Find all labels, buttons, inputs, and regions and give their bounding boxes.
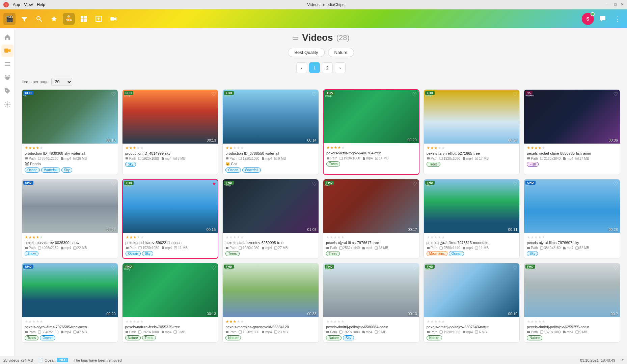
page-1-button[interactable]: 1: [309, 62, 320, 73]
heart-button[interactable]: ♡: [613, 91, 618, 97]
card-tag[interactable]: Waterfall: [41, 168, 60, 173]
card-tag[interactable]: Nature: [225, 335, 241, 340]
card-tag[interactable]: Ocean: [40, 335, 55, 340]
video-card[interactable]: FHD1080p ♡ 00:33 ★★★★★ pexels-matthias-g…: [222, 263, 319, 343]
video-card[interactable]: FHD1080p ♡ 00:13 ★★★★★ pexels-nature-fee…: [122, 263, 219, 343]
minimize-button[interactable]: —: [606, 2, 610, 7]
star-rating[interactable]: ★★★★★: [326, 235, 345, 240]
video-card[interactable]: FHD1080p ♡ 00:10 ★★★★★ pexels-dmitrij-po…: [424, 263, 520, 343]
heart-button[interactable]: ♡: [111, 265, 116, 271]
video-card[interactable]: FHD1080p ♡ 00:? ★★★★★ pexels-dmitrij-pol…: [524, 263, 620, 343]
heart-button[interactable]: ♡: [613, 181, 618, 187]
star-rating[interactable]: ★★★★★: [326, 145, 345, 150]
star-rating[interactable]: ★★★★★: [125, 319, 144, 324]
heart-button[interactable]: ♡: [412, 91, 417, 98]
video-card[interactable]: FHD144p ♡ 00:11 ★★★★★ pexels-ojyrai-film…: [424, 179, 520, 259]
card-tag[interactable]: Ocean: [449, 251, 464, 256]
star-rating[interactable]: ★★★★★: [326, 319, 345, 324]
sidebar-item-animal[interactable]: [1, 71, 13, 84]
video-card[interactable]: FHD1080p ♡ 00:13 ★★★★★ pexels-dmitrij-po…: [323, 263, 419, 343]
menu-dots-button[interactable]: ⋮: [611, 13, 624, 25]
card-tag[interactable]: Nature: [427, 335, 442, 340]
card-tag[interactable]: Nature: [527, 335, 542, 340]
card-tag[interactable]: Sky: [527, 251, 538, 256]
card-tag[interactable]: Trees: [326, 161, 340, 166]
video-card[interactable]: FHD1080p ♥ 00:15 ★★★★★ pexels-pushkarev-…: [122, 179, 219, 259]
card-tag[interactable]: Ocean: [225, 168, 241, 173]
menu-view[interactable]: View: [24, 2, 33, 7]
avatar-button[interactable]: S: [582, 13, 594, 25]
items-per-page-select[interactable]: 20 40 60: [51, 78, 72, 86]
chat-button[interactable]: [597, 13, 609, 25]
tag-best-quality[interactable]: Best Quality: [288, 48, 324, 57]
close-button[interactable]: ✕: [621, 2, 624, 7]
sidebar-item-home[interactable]: [1, 31, 13, 43]
video-card[interactable]: UHD4K ♡ 00:28 ★★★★★ pexels-ojyrai-films-…: [524, 179, 620, 259]
card-tag[interactable]: Snow: [25, 251, 38, 256]
star-rating[interactable]: ★★★★★: [126, 235, 144, 240]
star-rating[interactable]: ★★★★★: [225, 319, 244, 324]
favorites-button[interactable]: [48, 13, 60, 25]
menu-help[interactable]: Help: [37, 2, 45, 7]
sidebar-item-settings[interactable]: [1, 98, 13, 111]
star-rating[interactable]: ★★★★★: [527, 319, 545, 324]
card-tag[interactable]: Nature: [125, 335, 141, 340]
card-tag[interactable]: Sky: [125, 162, 136, 167]
heart-button[interactable]: ♡: [312, 265, 317, 271]
heart-button[interactable]: ♡: [412, 265, 417, 271]
card-tag[interactable]: Trees: [225, 251, 239, 256]
video-card[interactable]: FHD1080p ♡ 00:20 ★★★★★ pexels-victor-rog…: [323, 89, 419, 175]
card-tag[interactable]: Sky: [343, 335, 354, 340]
card-tag[interactable]: Trees: [25, 335, 38, 340]
card-tag[interactable]: Ocean: [25, 168, 40, 173]
sidebar-item-tags[interactable]: [1, 85, 13, 97]
star-rating[interactable]: ★★★★★: [225, 235, 244, 240]
card-tag[interactable]: Sky: [142, 251, 153, 256]
heart-button[interactable]: ♡: [111, 91, 116, 97]
heart-button[interactable]: ♥: [213, 181, 216, 187]
star-rating[interactable]: ★★★★★: [25, 319, 43, 324]
star-rating[interactable]: ★★★★★: [125, 146, 144, 150]
expand-button[interactable]: [92, 13, 105, 25]
video-card[interactable]: UHD4K ♡ 00:08 ★★★★★ pexels-pushkarev-602…: [22, 179, 118, 259]
status-refresh-icon[interactable]: ⟳: [621, 358, 624, 362]
heart-button[interactable]: ♡: [211, 265, 216, 271]
prev-page-button[interactable]: ‹: [296, 62, 307, 73]
star-rating[interactable]: ★★★★★: [527, 146, 545, 150]
page-2-button[interactable]: 2: [322, 62, 333, 73]
heart-button[interactable]: ♡: [312, 181, 317, 187]
card-tag[interactable]: Trees: [427, 162, 440, 167]
heart-button[interactable]: ♡: [513, 181, 517, 187]
star-rating[interactable]: ★★★★★: [25, 146, 43, 150]
tag-nature[interactable]: Nature: [328, 48, 354, 57]
upload-button[interactable]: REC: [63, 13, 75, 25]
star-rating[interactable]: ★★★★★: [427, 235, 445, 240]
card-tag[interactable]: Mountains: [427, 251, 447, 256]
card-tag[interactable]: Fish: [527, 162, 539, 167]
filter-button[interactable]: [18, 13, 30, 25]
card-tag[interactable]: Waterfall: [242, 168, 261, 173]
sidebar-item-list[interactable]: [1, 58, 13, 70]
heart-button[interactable]: ♡: [111, 181, 116, 187]
star-rating[interactable]: ★★★★★: [527, 235, 545, 240]
star-rating[interactable]: ★★★★★: [427, 146, 445, 150]
next-page-button[interactable]: ›: [335, 62, 346, 73]
menu-app[interactable]: App: [13, 2, 20, 7]
video-card[interactable]: FHD1080p ♡ 00:13 ★★★★★ production ID_481…: [122, 89, 219, 175]
info-badge[interactable]: INFO: [57, 358, 68, 362]
card-tag[interactable]: Sky: [61, 168, 73, 173]
video-card[interactable]: UHD4K ♡ 00:20 ★★★★★ pexels-ojyrai-films-…: [22, 263, 118, 343]
heart-button[interactable]: ♡: [211, 91, 216, 97]
heart-button[interactable]: ♡: [513, 265, 517, 271]
maximize-button[interactable]: □: [614, 2, 617, 7]
video-card[interactable]: FHD1080p ♡ 00:14 ★★★★★ production ID_378…: [222, 89, 319, 175]
card-tag[interactable]: Trees: [142, 335, 156, 340]
star-rating[interactable]: ★★★★★: [25, 235, 43, 240]
video-tool-button[interactable]: 🎬: [3, 13, 16, 25]
camera-button[interactable]: [107, 13, 119, 25]
video-card[interactable]: UHD4K ♡ 00:13 ★★★★★ production ID_493936…: [22, 89, 118, 175]
search-button[interactable]: [33, 13, 45, 25]
heart-button[interactable]: ♡: [312, 91, 317, 97]
card-tag[interactable]: Nature: [326, 335, 342, 340]
video-card[interactable]: 4KProRes ♡ 00:06 ★★★★★ pexels-rachel-cla…: [524, 89, 620, 175]
